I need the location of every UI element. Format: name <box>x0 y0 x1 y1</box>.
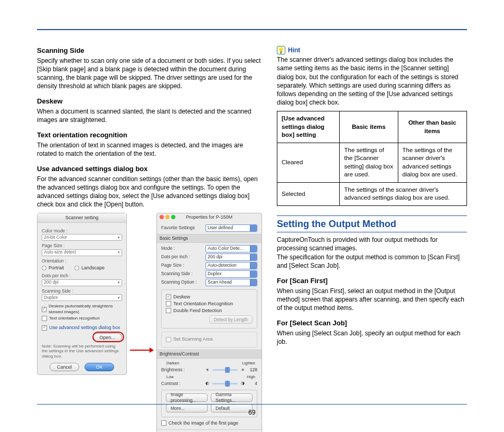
body-use-advanced: For the advanced scanner condition setti… <box>37 175 262 209</box>
mode-select[interactable]: Auto Color Dete... <box>206 245 257 252</box>
body-scanning-side: Specify whether to scan only one side of… <box>37 57 262 91</box>
area-checkbox[interactable] <box>166 337 171 342</box>
brightness-slider[interactable] <box>212 369 238 371</box>
text-orientation-checkbox[interactable] <box>42 316 47 321</box>
body-text-orientation: The orientation of text in scanned image… <box>37 141 262 158</box>
td-cleared-other: The settings of the scanner driver's adv… <box>398 143 467 182</box>
scanning-side-value: Duplex <box>44 295 58 300</box>
ps-label: Page Size : <box>161 262 202 268</box>
hint-label: Hint <box>288 46 300 54</box>
heading-use-advanced: Use advanced settings dialog box <box>37 164 262 174</box>
landscape-radio[interactable] <box>74 266 79 270</box>
th-setting: [Use advanced settings dialog box] setti… <box>277 111 340 143</box>
lighten-label: Lighten <box>242 361 255 366</box>
contrast-label: Contrast : <box>161 381 202 387</box>
dpi2-value: 200 dpi <box>208 254 222 260</box>
ps-select[interactable]: Auto-detection <box>206 262 257 269</box>
scanner-setting-dialog: Scanner setting Color mode : 24-bit Colo… <box>37 213 127 375</box>
dpi-value: 200 dpi <box>44 279 59 285</box>
heading-scanning-side: Scanning Side <box>37 46 262 55</box>
page-size-label: Page Size : <box>42 243 122 249</box>
favorite-select[interactable]: User defined <box>206 224 257 232</box>
favorite-label: Favorite Settings <box>161 225 202 231</box>
ps-value: Auto-detection <box>208 262 237 268</box>
th-other: Other than basic items <box>398 111 467 143</box>
detect-length-button[interactable]: Detect by Length <box>209 315 253 324</box>
contrast-value: 4 <box>248 381 257 387</box>
dialog-title: Scanner setting <box>38 213 126 222</box>
arrow-icon <box>130 350 153 351</box>
text2-label: Text Orientation Recognition <box>173 300 233 307</box>
mode-value: Auto Color Dete... <box>208 246 244 251</box>
left-column: Scanning Side Specify whether to scan on… <box>37 46 262 432</box>
mode-label: Mode : <box>161 246 202 251</box>
dialog-note: Note: Scanning will be performed using t… <box>42 344 122 359</box>
settings-table: [Use advanced settings dialog box] setti… <box>277 111 467 206</box>
page-size-value: Auto-size detect <box>44 249 76 255</box>
td-selected: Selected <box>277 182 340 205</box>
low-label: Low <box>166 374 174 380</box>
text2-checkbox[interactable] <box>166 301 171 306</box>
check-image-checkbox[interactable] <box>161 420 166 426</box>
rule-bottom <box>37 404 467 405</box>
opt-select[interactable]: Scan Ahead <box>206 279 257 286</box>
properties-dialog: Properties for P-150M Favorite SettingsU… <box>156 213 262 432</box>
deskew2-checkbox[interactable]: ✓ <box>166 294 171 299</box>
area-label: Set Scanning Area <box>173 336 213 342</box>
scanning-side-label: Scanning Side : <box>42 288 122 294</box>
ok-button[interactable]: OK <box>85 363 114 371</box>
brightness-label: Brightness : <box>161 367 202 373</box>
color-mode-select[interactable]: 24-bit Color <box>42 234 122 241</box>
orientation-label: Orientation : <box>42 258 122 264</box>
heading-select-job: For [Select Scan Job] <box>277 318 467 328</box>
td-cleared-basic: The settings of the [Scanner setting] di… <box>340 143 398 182</box>
right-column: 💡 Hint The scanner driver's advanced set… <box>277 46 467 432</box>
gamma-button[interactable]: Gamma Settings... <box>211 393 253 402</box>
high-label: High <box>247 374 255 380</box>
side2-select[interactable]: Duplex <box>206 270 257 278</box>
side2-value: Duplex <box>208 271 221 277</box>
opt-value: Scan Ahead <box>208 279 232 285</box>
brightness-value: 128 <box>248 367 257 373</box>
deskew-cb-label: Deskew (automatically straightens skewed… <box>49 304 122 315</box>
portrait-radio[interactable] <box>42 266 46 270</box>
image-processing-button[interactable]: Image processing... <box>166 393 208 402</box>
td-cleared: Cleared <box>277 143 340 182</box>
darken-label: Darken <box>166 361 179 366</box>
deskew-checkbox[interactable]: ✓ <box>42 307 46 312</box>
check-image-label: Check the image of the first page <box>169 420 238 426</box>
dfd-checkbox[interactable] <box>166 308 171 313</box>
figure-dialogs: Scanner setting Color mode : 24-bit Colo… <box>37 213 262 432</box>
page: Scanning Side Specify whether to scan on… <box>0 0 504 432</box>
color-mode-value: 24-bit Color <box>44 234 67 240</box>
rule-top <box>37 29 467 30</box>
side2-label: Scanning Side : <box>161 271 202 277</box>
contrast-slider[interactable] <box>212 383 238 384</box>
basic-settings-header: Basic Settings <box>157 234 262 243</box>
output-p1: CaptureOnTouch is provided with four out… <box>277 236 467 252</box>
page-size-select[interactable]: Auto-size detect <box>42 249 122 256</box>
favorite-value: User defined <box>208 225 233 231</box>
portrait-label: Portrait <box>49 265 64 271</box>
hint-icon: 💡 <box>277 46 285 54</box>
cancel-button[interactable]: Cancel <box>50 363 79 371</box>
heading-output-method: Setting the Output Method <box>277 215 467 232</box>
output-p2: The specification for the output method … <box>277 253 467 270</box>
heading-deskew: Deskew <box>37 97 262 106</box>
dpi-select[interactable]: 200 dpi <box>42 279 122 286</box>
color-mode-label: Color mode : <box>42 228 122 234</box>
dpi2-label: Dots per inch : <box>161 254 202 260</box>
bc-header: Brightness/Contrast <box>157 350 262 359</box>
use-advanced-checkbox[interactable]: ✓ <box>42 325 47 331</box>
hint-body: The scanner driver's advanced settings d… <box>277 55 467 107</box>
landscape-label: Landscape <box>81 265 105 271</box>
td-selected-merged: The settings of the scanner driver's adv… <box>340 182 467 205</box>
open-button[interactable]: Open... <box>92 333 122 342</box>
dpi-label: Dots per inch : <box>42 273 122 279</box>
scanning-side-select[interactable]: Duplex <box>42 294 122 301</box>
dpi2-select[interactable]: 200 dpi <box>206 253 257 261</box>
page-number: 69 <box>0 409 504 416</box>
body-scan-first: When using [Scan First], select an outpu… <box>277 287 467 313</box>
dfd-label: Double Feed Detection <box>173 307 222 314</box>
columns: Scanning Side Specify whether to scan on… <box>37 46 467 432</box>
